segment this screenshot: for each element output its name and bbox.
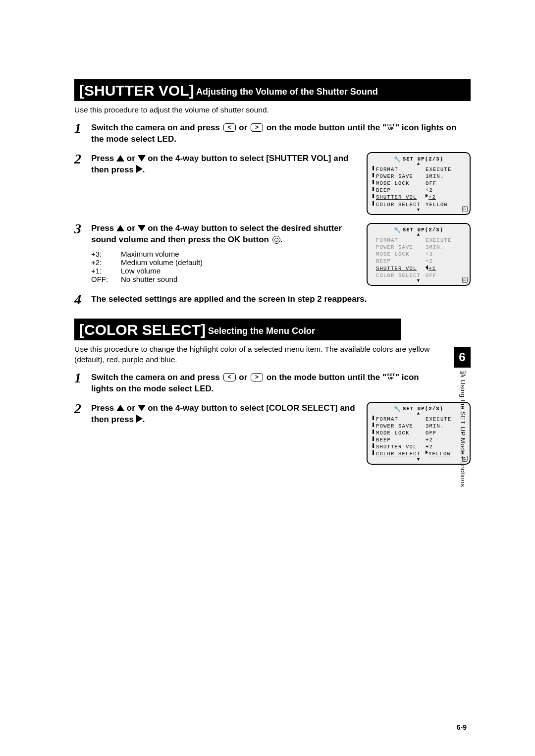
marker-icon — [373, 166, 374, 170]
marker-icon — [373, 450, 374, 455]
lcd1-title: 🔧SET UP(2/3) — [371, 155, 467, 162]
text: POWER SAVE — [376, 423, 426, 430]
text: BEEP — [376, 436, 426, 443]
lcd-row: BEEP+2 — [371, 436, 467, 443]
text: +3: — [91, 250, 121, 258]
text: or — [237, 373, 250, 382]
text: OFF: — [91, 275, 121, 283]
s1-step4: 4 The selected settings are applied and … — [74, 294, 471, 307]
text: COLOR SELECT — [376, 450, 426, 457]
text: Switch the camera on and press — [91, 123, 222, 132]
chapter-side-label: SETUP Using the SET UP Mode Functions — [459, 372, 467, 487]
text: BEEP — [376, 258, 426, 265]
lcd-down-icon: ▼ — [371, 208, 467, 212]
step-number: 2 — [74, 152, 87, 166]
wrench-icon: 🔧 — [394, 227, 401, 233]
text: COLOR SELECT — [376, 201, 426, 208]
lcd-row: FORMATEXECUTE — [371, 416, 467, 423]
section1-intro: Use this procedure to adjust the volume … — [74, 105, 471, 115]
section2-subtitle: Selecting the Menu Color — [206, 326, 315, 336]
mode-next-button-icon: > — [251, 123, 263, 132]
text: FORMAT — [376, 416, 426, 423]
mode-prev-button-icon: < — [223, 373, 236, 381]
marker-icon — [373, 173, 374, 177]
lcd-up-icon: ▲ — [371, 412, 467, 415]
text: UP — [461, 374, 466, 378]
lcd-screen-2: 🔧SET UP(2/3) ▲ FORMATEXECUTE POWER SAVE3… — [367, 223, 471, 286]
text: EXECUTE — [426, 166, 465, 173]
text: or — [237, 123, 250, 132]
text: or — [124, 154, 137, 163]
text: . — [280, 235, 283, 244]
lcd-screen-1: 🔧SET UP(2/3) ▲ FORMATEXECUTE POWER SAVE3… — [367, 152, 471, 215]
s2-step2: 2 Press or on the 4-way button to select… — [74, 403, 471, 465]
s1-step1: 1 Switch the camera on and press < or > … — [74, 122, 471, 145]
down-arrow-icon — [138, 225, 146, 231]
lcd-row: FORMATEXECUTE — [371, 166, 467, 173]
text: +2 — [426, 258, 465, 265]
lcd-row: COLOR SELECTOFF — [371, 272, 467, 279]
right-arrow-icon — [136, 415, 143, 423]
section2-intro: Use this procedure to change the highlig… — [74, 344, 471, 365]
step-number: 4 — [74, 293, 87, 307]
ok-button-icon — [272, 236, 280, 244]
s1-step3-text: Press or on the 4-way button to select t… — [91, 223, 359, 246]
marker-icon — [373, 443, 374, 448]
text: MODE LOCK — [376, 180, 426, 187]
marker-icon — [373, 436, 374, 441]
marker-icon — [373, 187, 374, 191]
s1-step4-text: The selected settings are applied and th… — [91, 294, 471, 305]
lcd-row-selected: SHUTTER VOL+2 — [371, 194, 467, 201]
lcd-up-icon: ▲ — [371, 233, 467, 236]
text: +2 — [428, 194, 465, 201]
text: POWER SAVE — [376, 244, 426, 251]
text: SHUTTER VOL — [376, 443, 426, 450]
wrench-icon: 🔧 — [394, 156, 401, 162]
marker-icon — [373, 201, 374, 206]
cursor-icon — [426, 450, 428, 454]
up-arrow-icon — [116, 155, 124, 162]
s1-step2: 2 Press or on the 4-way button to select… — [74, 153, 471, 215]
s1-step2-text: Press or on the 4-way button to select [… — [91, 153, 359, 176]
text: UP — [388, 376, 393, 380]
text: +2: — [91, 258, 121, 267]
text: 3MIN. — [426, 244, 465, 251]
text: +1 — [428, 265, 465, 272]
step-number: 1 — [74, 121, 87, 135]
text: or — [124, 223, 137, 233]
lcd-down-icon: ▼ — [371, 279, 467, 283]
text: OFF — [426, 180, 465, 187]
up-arrow-icon — [116, 225, 124, 231]
lcd-row-selected: SHUTTER VOL+1 — [371, 265, 467, 272]
section1-subtitle: Adjusting the Volume of the Shutter Soun… — [194, 87, 378, 97]
text: COLOR SELECT — [376, 272, 426, 279]
text: +2 — [426, 187, 465, 194]
text: +3 — [426, 251, 465, 258]
text: MODE LOCK — [376, 430, 426, 436]
lcd-row: POWER SAVE3MIN. — [371, 423, 467, 430]
lcd-row: MODE LOCKOFF — [371, 180, 467, 187]
text: +1: — [91, 267, 121, 275]
lcd-screen-3: 🔧SET UP(2/3) ▲ FORMATEXECUTE POWER SAVE3… — [367, 402, 471, 465]
text: Press — [91, 223, 116, 233]
text: Press — [91, 403, 116, 413]
text: FORMAT — [376, 237, 426, 244]
section2-header: [COLOR SELECT] Selecting the Menu Color — [74, 319, 401, 340]
lcd-row: MODE LOCKOFF — [371, 430, 467, 436]
s1-step3: 3 Press or on the 4-way button to select… — [74, 223, 471, 286]
text: MODE LOCK — [376, 251, 426, 258]
marker-icon — [373, 194, 374, 198]
marker-icon — [373, 180, 374, 184]
setup-icon: SETUP — [386, 123, 395, 130]
text: POWER SAVE — [376, 173, 426, 180]
lcd-up-icon: ▲ — [371, 162, 467, 165]
text: on the mode button until the " — [264, 123, 386, 132]
text: No shutter sound — [121, 275, 177, 283]
s2-step2-text: Press or on the 4-way button to select [… — [91, 403, 359, 426]
marker-icon — [373, 423, 374, 427]
lcd-row: COLOR SELECTYELLOW — [371, 201, 467, 208]
text: SET UP(2/3) — [403, 227, 444, 233]
text: EXECUTE — [426, 237, 465, 244]
text: . — [143, 165, 145, 174]
section2-title: [COLOR SELECT] — [79, 322, 206, 338]
